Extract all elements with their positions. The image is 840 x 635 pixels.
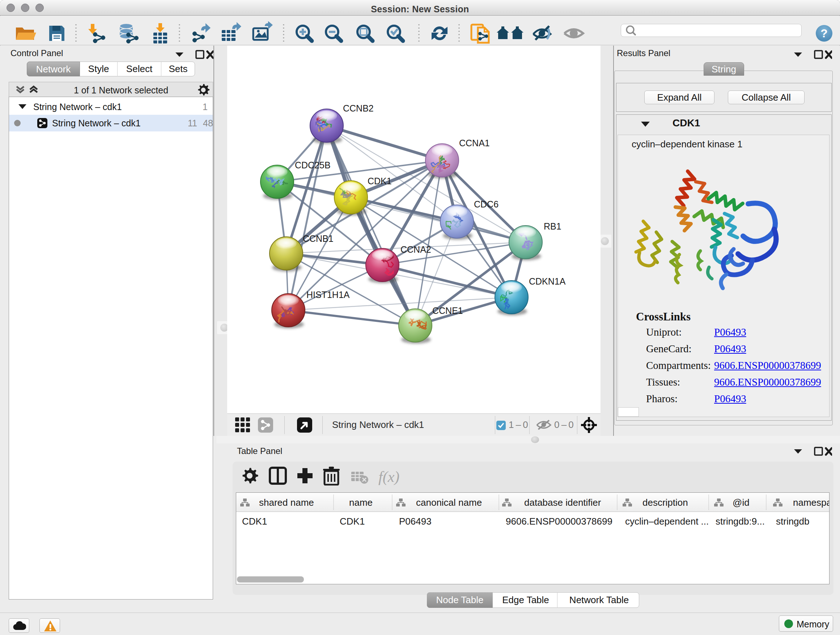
svg-text:description: description bbox=[643, 497, 688, 508]
svg-text:CCNB1: CCNB1 bbox=[303, 233, 333, 244]
svg-text:CCNA1: CCNA1 bbox=[459, 138, 490, 148]
svg-text:CCNB2: CCNB2 bbox=[343, 103, 374, 113]
svg-text:namespac: namespac bbox=[793, 497, 829, 508]
svg-text:name: name bbox=[349, 497, 373, 508]
svg-text:CCNE1: CCNE1 bbox=[432, 306, 463, 316]
svg-text:database identifier: database identifier bbox=[524, 497, 601, 508]
svg-text:CDC6: CDC6 bbox=[474, 199, 499, 209]
svg-text:CDC25B: CDC25B bbox=[295, 160, 331, 170]
svg-text:RB1: RB1 bbox=[544, 221, 561, 231]
svg-text:shared name: shared name bbox=[259, 497, 314, 508]
svg-text:CDK1: CDK1 bbox=[368, 176, 392, 186]
svg-text:HIST1H1A: HIST1H1A bbox=[306, 290, 350, 300]
svg-text:f(x): f(x) bbox=[378, 469, 399, 486]
svg-text:CDKN1A: CDKN1A bbox=[529, 276, 566, 287]
svg-text:@id: @id bbox=[733, 497, 750, 508]
svg-text:canonical name: canonical name bbox=[416, 497, 482, 508]
svg-text:CCNA2: CCNA2 bbox=[401, 244, 431, 255]
